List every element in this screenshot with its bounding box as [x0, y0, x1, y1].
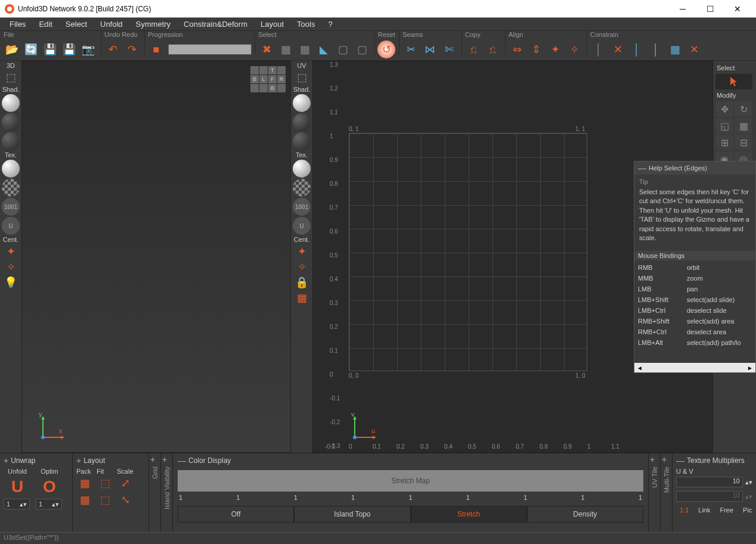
- viewport-3d[interactable]: T BLFR B x y: [21, 61, 291, 453]
- nav-top[interactable]: T: [268, 66, 277, 74]
- tex-mult-u-input[interactable]: 10: [676, 477, 743, 487]
- pin6-icon[interactable]: ✕: [685, 41, 703, 58]
- shader-1-icon[interactable]: [2, 94, 20, 112]
- select-grid-icon[interactable]: ▦: [277, 41, 295, 58]
- fit-1-icon[interactable]: ⬚: [97, 475, 113, 492]
- menu-files[interactable]: Files: [4, 18, 32, 30]
- uv-cent-1-icon[interactable]: ✦: [293, 244, 311, 259]
- optim-button[interactable]: O: [36, 475, 63, 499]
- tab-off[interactable]: Off: [178, 506, 294, 523]
- unwrap-plus-icon[interactable]: +: [4, 456, 8, 465]
- select-arrow-icon[interactable]: [715, 74, 752, 89]
- spinner-1-icon[interactable]: ▴▾: [745, 478, 752, 486]
- nav-front[interactable]: F: [268, 75, 277, 83]
- uv-shader-1-icon[interactable]: [293, 94, 311, 112]
- mod2-icon[interactable]: ⊟: [735, 135, 752, 150]
- tex-checker-icon[interactable]: [2, 179, 20, 197]
- scale-icon[interactable]: ◱: [715, 118, 733, 133]
- align4-icon[interactable]: ✧: [565, 41, 583, 58]
- uv-tex-id-icon[interactable]: 1001: [293, 198, 311, 216]
- grid-plus-icon[interactable]: +: [150, 455, 159, 464]
- menu-layout[interactable]: Layout: [255, 18, 290, 30]
- align1-icon[interactable]: ⇔: [508, 41, 526, 58]
- uv-tex-u-icon[interactable]: U: [293, 217, 311, 235]
- fit-2-icon[interactable]: ⬚: [97, 492, 113, 508]
- uv-tex-1-icon[interactable]: [293, 160, 311, 178]
- pin3-icon[interactable]: │: [628, 41, 646, 58]
- shader-2-icon[interactable]: [2, 113, 20, 131]
- tm-pic-button[interactable]: Pic: [739, 505, 755, 515]
- reload-icon[interactable]: 🔄: [22, 41, 40, 58]
- pin4-icon[interactable]: │: [647, 41, 665, 58]
- tex-mult-v-input[interactable]: 10: [676, 491, 743, 502]
- mod1-icon[interactable]: ⊞: [715, 135, 733, 150]
- uv-grid-icon[interactable]: ▦: [293, 291, 311, 305]
- pin2-icon[interactable]: ✕: [609, 41, 627, 58]
- frame-uv-icon[interactable]: ⬚: [293, 70, 311, 85]
- pin1-icon[interactable]: │: [590, 41, 608, 58]
- tex-u-icon[interactable]: U: [2, 217, 20, 235]
- multi-tile-plus-icon[interactable]: +: [662, 455, 671, 464]
- cut-icon[interactable]: ✂: [402, 41, 420, 58]
- weld-icon[interactable]: ⋈: [421, 41, 439, 58]
- spinner-2-icon[interactable]: ▴▾: [745, 493, 752, 501]
- scale-1-icon[interactable]: ⤢: [117, 475, 134, 492]
- menu-symmetry[interactable]: Symmetry: [130, 18, 177, 30]
- rotate-icon[interactable]: ↻: [735, 101, 752, 117]
- minimize-button[interactable]: ─: [669, 0, 696, 18]
- menu-tools[interactable]: Tools: [291, 18, 321, 30]
- unfold-button[interactable]: U: [4, 475, 31, 499]
- tm-11-button[interactable]: 1:1: [676, 505, 692, 515]
- tm-link-button[interactable]: Link: [695, 505, 714, 515]
- save-as-icon[interactable]: 💾: [60, 41, 78, 58]
- menu-select[interactable]: Select: [60, 18, 93, 30]
- open-icon[interactable]: 📂: [3, 41, 21, 58]
- maximize-button[interactable]: ☐: [696, 0, 724, 18]
- align2-icon[interactable]: ⇕: [527, 41, 545, 58]
- menu-edit[interactable]: Edit: [33, 18, 58, 30]
- nav-left[interactable]: L: [259, 75, 268, 83]
- deform-icon[interactable]: ▦: [735, 118, 752, 133]
- tm-free-button[interactable]: Free: [716, 505, 737, 515]
- shader-3-icon[interactable]: [2, 132, 20, 150]
- unfold-spin[interactable]: 1▴▾: [4, 499, 30, 509]
- stretch-map-bar[interactable]: Stretch Map: [178, 470, 643, 492]
- seam-tool-icon[interactable]: ✄: [440, 41, 458, 58]
- undo-icon[interactable]: ↶: [104, 41, 122, 58]
- align3-icon[interactable]: ✦: [546, 41, 564, 58]
- pack-2-icon[interactable]: ▦: [76, 492, 93, 508]
- island-vis-plus-icon[interactable]: +: [162, 455, 171, 464]
- copy-icon[interactable]: ⎌: [464, 41, 482, 58]
- pin5-icon[interactable]: ▦: [666, 41, 684, 58]
- help-hscroll[interactable]: ◄►: [634, 363, 755, 372]
- color-display-minus-icon[interactable]: —: [178, 456, 186, 465]
- cent-2-icon[interactable]: ✧: [2, 260, 20, 274]
- tex-id-icon[interactable]: 1001: [2, 198, 20, 216]
- nav-right[interactable]: R: [277, 75, 286, 83]
- stop-icon[interactable]: ■: [147, 41, 165, 58]
- save-icon[interactable]: 💾: [41, 41, 59, 58]
- help-scroll[interactable]: RMBorbitMMBzoomLMBpanLMB+Shiftselect(add…: [634, 262, 755, 363]
- nav-cube[interactable]: T BLFR B: [250, 66, 286, 92]
- nav-back[interactable]: B: [250, 75, 259, 83]
- nav-bottom[interactable]: B: [268, 84, 277, 92]
- uv-cent-2-icon[interactable]: ✧: [293, 260, 311, 274]
- uv-shader-2-icon[interactable]: [293, 113, 311, 131]
- layout-plus-icon[interactable]: +: [76, 456, 81, 465]
- uv-lock-icon[interactable]: 🔒: [293, 275, 311, 290]
- tab-density[interactable]: Density: [527, 506, 643, 523]
- frame-3d-icon[interactable]: ⬚: [2, 70, 20, 85]
- scale-2-icon[interactable]: ⤡: [117, 492, 134, 508]
- select-clear-icon[interactable]: ✖: [258, 41, 275, 58]
- tab-island-topo[interactable]: Island Topo: [294, 506, 410, 523]
- select-poly-icon[interactable]: ◣: [315, 41, 333, 58]
- uv-tex-checker-icon[interactable]: [293, 179, 311, 197]
- tab-stretch[interactable]: Stretch: [411, 506, 527, 523]
- menu-help[interactable]: ?: [322, 18, 338, 30]
- optim-spin[interactable]: 1▴▾: [36, 499, 62, 509]
- camera-icon[interactable]: 📷: [79, 41, 97, 58]
- close-button[interactable]: ✕: [724, 0, 751, 18]
- menu-constrain-deform[interactable]: Constrain&Deform: [178, 18, 253, 30]
- uv-shader-3-icon[interactable]: [293, 132, 311, 150]
- tex-mult-minus-icon[interactable]: —: [676, 456, 684, 465]
